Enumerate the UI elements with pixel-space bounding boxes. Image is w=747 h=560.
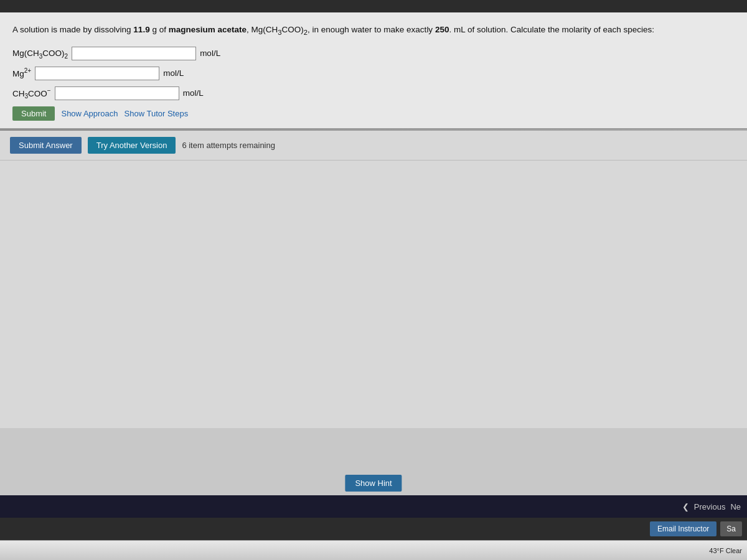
unit-mg2plus: mol/L — [163, 68, 184, 78]
input-row-ch3coo: CH3COO− mol/L — [12, 86, 735, 100]
sa-button[interactable]: Sa — [720, 521, 742, 536]
input-row-mg-acetate: Mg(CH3COO)2 mol/L — [12, 47, 735, 60]
bottom-action-bar: Submit Answer Try Another Version 6 item… — [0, 131, 747, 161]
footer-bar: Email Instructor Sa — [0, 518, 747, 540]
input-mg2plus[interactable] — [35, 67, 159, 80]
label-mg2plus: Mg2+ — [12, 67, 31, 78]
submit-answer-button[interactable]: Submit Answer — [10, 137, 82, 154]
show-tutor-steps-button[interactable]: Show Tutor Steps — [125, 109, 189, 118]
weather-display: 43°F Clear — [709, 547, 742, 554]
input-ch3coo[interactable] — [55, 86, 179, 100]
show-approach-button[interactable]: Show Approach — [61, 109, 118, 118]
top-bar — [0, 0, 747, 12]
button-row: Submit Show Approach Show Tutor Steps — [12, 106, 735, 121]
submit-button[interactable]: Submit — [12, 106, 55, 121]
unit-ch3coo: mol/L — [183, 88, 204, 98]
label-mg-acetate: Mg(CH3COO)2 — [12, 49, 68, 60]
middle-area — [0, 161, 747, 428]
main-content: A solution is made by dissolving 11.9 g … — [0, 12, 747, 129]
email-instructor-button[interactable]: Email Instructor — [650, 521, 716, 536]
next-button[interactable]: Ne — [730, 502, 741, 511]
show-hint-button[interactable]: Show Hint — [345, 475, 402, 492]
unit-mg-acetate: mol/L — [200, 49, 220, 58]
label-ch3coo: CH3COO− — [12, 87, 51, 100]
try-another-version-button[interactable]: Try Another Version — [88, 137, 176, 154]
problem-statement: A solution is made by dissolving 11.9 g … — [12, 24, 735, 38]
previous-chevron-icon: ❮ — [682, 502, 689, 511]
taskbar: 43°F Clear — [0, 540, 747, 560]
input-row-mg2plus: Mg2+ mol/L — [12, 67, 735, 80]
bottom-nav-bar: ❮ Previous Ne — [0, 495, 747, 518]
attempts-remaining: 6 item attempts remaining — [182, 141, 275, 150]
previous-button[interactable]: Previous — [694, 502, 726, 511]
input-mg-acetate[interactable] — [72, 47, 196, 60]
